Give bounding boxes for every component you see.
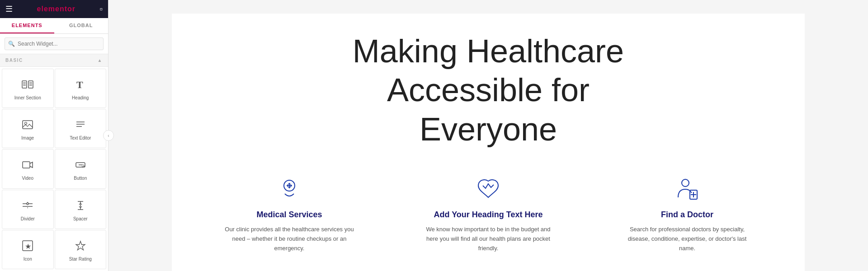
widget-text-editor[interactable]: Text Editor [55,109,107,148]
spacer-icon [74,199,87,214]
feature-card-medical: Medical Services Our clinic provides all… [222,176,357,253]
svg-text:★: ★ [25,243,31,250]
svg-point-19 [27,203,28,205]
widget-star[interactable]: Star Rating [55,230,107,269]
svg-rect-1 [28,81,33,88]
feature-title-doctor: Find a Doctor [661,210,713,220]
search-input[interactable] [5,37,104,50]
doctor-icon [674,176,701,203]
tab-global[interactable]: GLOBAL [54,18,108,33]
sidebar: ☰ elementor ▫ ELEMENTS GLOBAL 🔍 BASIC ▲ [0,0,108,271]
widget-video-label: Video [22,176,33,181]
star-icon [74,239,87,254]
feature-card-heading: Add Your Heading Text Here We know how i… [420,176,556,253]
main-content: Making Healthcare Accessible for Everyon… [108,0,868,271]
widgets-grid: Inner Section T Heading [0,67,108,271]
widget-spacer[interactable]: Spacer [55,190,107,229]
svg-rect-14 [23,162,30,168]
feature-desc-doctor: Search for professional doctors by speci… [619,225,755,253]
widget-image-label: Image [21,136,34,140]
svg-rect-0 [22,81,27,88]
icon-widget-icon: ★ [21,239,34,254]
widget-button[interactable]: Button [55,149,107,188]
feature-title-heading: Add Your Heading Text Here [434,210,542,220]
video-icon [21,159,34,173]
feature-desc-heading: We know how important to be in the budge… [420,225,556,253]
hero-line2: Accessible for [199,70,778,109]
widget-video[interactable]: Video [2,149,54,188]
widget-button-label: Button [74,176,87,181]
svg-point-32 [682,179,689,187]
elementor-logo: elementor [37,5,75,13]
apps-icon[interactable]: ▫ [100,5,103,14]
hero-title: Making Healthcare Accessible for Everyon… [199,32,778,149]
hero-line1: Making Healthcare [199,32,778,70]
heading-icon: T [74,78,87,93]
widget-spacer-label: Spacer [73,216,88,221]
hero-section: Making Healthcare Accessible for Everyon… [199,32,778,149]
widget-icon[interactable]: ★ Icon [2,230,54,269]
sidebar-tabs: ELEMENTS GLOBAL [0,18,108,34]
feature-card-doctor: Find a Doctor Search for professional do… [619,176,755,253]
widget-icon-label: Icon [24,257,32,262]
divider-icon [21,199,34,214]
widget-heading[interactable]: T Heading [55,69,107,108]
category-label: BASIC [5,58,23,63]
feature-title-medical: Medical Services [256,210,322,220]
inner-section-icon [21,78,34,93]
tab-elements[interactable]: ELEMENTS [0,18,54,33]
widget-star-label: Star Rating [69,257,92,262]
widget-divider[interactable]: Divider [2,190,54,229]
widget-inner-section[interactable]: Inner Section [2,69,54,108]
widget-inner-section-label: Inner Section [14,95,41,100]
search-box: 🔍 [0,34,108,54]
hero-line3: Everyone [199,110,778,149]
category-collapse-icon[interactable]: ▲ [98,58,103,63]
sidebar-collapse-button[interactable]: ‹ [103,130,114,141]
widget-text-editor-label: Text Editor [70,136,91,140]
widget-divider-label: Divider [21,216,35,221]
page-preview: Making Healthcare Accessible for Everyon… [172,14,805,271]
svg-text:T: T [76,79,83,90]
heart-icon [475,176,502,203]
text-editor-icon [74,118,87,133]
image-icon [21,118,34,133]
button-icon [74,159,87,173]
widget-image[interactable]: Image [2,109,54,148]
search-icon: 🔍 [8,41,15,47]
hamburger-icon[interactable]: ☰ [5,4,13,14]
category-header: BASIC ▲ [0,54,108,67]
features-row: Medical Services Our clinic provides all… [199,176,778,253]
feature-desc-medical: Our clinic provides all the healthcare s… [222,225,357,253]
widget-heading-label: Heading [72,95,89,100]
svg-rect-9 [23,121,33,129]
sidebar-header: ☰ elementor ▫ [0,0,108,18]
svg-point-10 [25,122,27,125]
medical-services-icon [276,176,303,203]
